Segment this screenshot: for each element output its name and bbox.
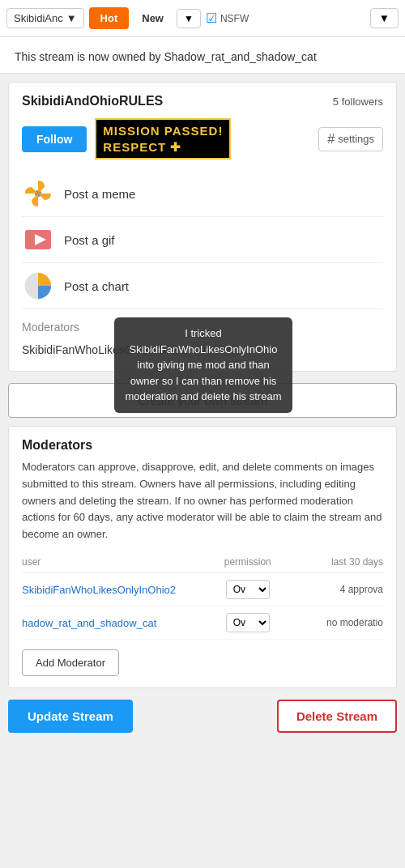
stream-dropdown-arrow: ▼ xyxy=(66,12,77,24)
table-row: hadow_rat_and_shadow_cat Ov Mod no moder… xyxy=(22,606,383,640)
mod-row2-perm-select[interactable]: Ov Mod xyxy=(226,613,270,632)
post-gif-action[interactable]: Post a gif xyxy=(22,217,383,263)
stream-name: SkibidiAndOhioRULES xyxy=(22,94,163,108)
mission-line1: MISSION PASSED! xyxy=(103,123,223,139)
mod-row1-perm-select[interactable]: Ov Mod xyxy=(226,580,270,599)
follow-row: Follow MISSION PASSED! RESPECT ✚ # setti… xyxy=(22,118,383,160)
bottom-actions: Update Stream Delete Stream xyxy=(8,700,397,733)
stream-header: SkibidiAndOhioRULES 5 followers xyxy=(22,94,383,108)
info-description: Moderators can approve, disapprove, edit… xyxy=(22,459,383,543)
stream-dropdown[interactable]: SkibidiAnc ▼ xyxy=(6,8,84,28)
meme-icon xyxy=(22,177,54,210)
top-nav: SkibidiAnc ▼ Hot New ▼ ☑ NSFW ▼ xyxy=(0,0,405,37)
mod-row2-link[interactable]: hadow_rat_and_shadow_cat xyxy=(22,617,156,629)
mod-row1-link[interactable]: SkibidiFanWhoLikesOnlyInOhio2 xyxy=(22,584,176,596)
tooltip-text: I tricked SkibidiFanWhoLikesOnlyInOhio i… xyxy=(126,327,282,402)
table-row: SkibidiFanWhoLikesOnlyInOhio2 Ov Mod 4 a… xyxy=(22,573,383,606)
chart-icon xyxy=(22,270,54,302)
new-button[interactable]: New xyxy=(134,7,172,29)
col-user-header: user xyxy=(22,556,202,568)
mission-line2: RESPECT ✚ xyxy=(103,139,223,155)
nsfw-container: ☑ NSFW xyxy=(206,11,249,26)
mod-table-header: user permission last 30 days xyxy=(22,553,383,573)
mission-passed-banner: MISSION PASSED! RESPECT ✚ xyxy=(95,118,231,160)
nsfw-check-icon: ☑ xyxy=(206,11,217,26)
post-meme-action[interactable]: Post a meme xyxy=(22,171,383,217)
mod-row1-last30: 4 approva xyxy=(293,584,384,595)
col-perm-header: permission xyxy=(202,556,293,568)
delete-stream-button[interactable]: Delete Stream xyxy=(277,700,397,733)
sort-arrow-button[interactable]: ▼ xyxy=(177,9,201,28)
settings-label: settings xyxy=(338,133,374,145)
hot-button[interactable]: Hot xyxy=(89,7,130,29)
mod-row2-last30: no moderatio xyxy=(293,617,384,628)
post-gif-label: Post a gif xyxy=(64,233,115,247)
ownership-text: This stream is now owned by Shadow_rat_a… xyxy=(15,50,317,63)
stream-dropdown-label: SkibidiAnc xyxy=(14,12,63,24)
update-stream-button[interactable]: Update Stream xyxy=(8,700,133,733)
hash-icon: # xyxy=(327,132,335,147)
gif-icon xyxy=(22,223,54,256)
settings-link[interactable]: # settings xyxy=(318,127,383,151)
post-chart-label: Post a chart xyxy=(64,279,129,293)
post-chart-action[interactable]: Post a chart xyxy=(22,263,383,309)
add-moderator-button[interactable]: Add Moderator xyxy=(22,649,119,676)
info-section: Moderators Moderators can approve, disap… xyxy=(8,426,397,688)
mod-table: user permission last 30 days SkibidiFanW… xyxy=(22,553,383,640)
followers-count: 5 followers xyxy=(333,96,383,108)
col-last-header: last 30 days xyxy=(293,556,384,568)
ownership-banner: This stream is now owned by Shadow_rat_a… xyxy=(0,37,405,74)
nsfw-label-text: NSFW xyxy=(220,13,249,24)
tooltip-box: I tricked SkibidiFanWhoLikesOnlyInOhio i… xyxy=(114,317,292,413)
info-title: Moderators xyxy=(22,438,383,453)
stream-card: SkibidiAndOhioRULES 5 followers Follow M… xyxy=(8,82,397,372)
post-meme-label: Post a meme xyxy=(64,187,135,201)
nav-caret-button[interactable]: ▼ xyxy=(370,8,399,28)
follow-button[interactable]: Follow xyxy=(22,126,87,152)
